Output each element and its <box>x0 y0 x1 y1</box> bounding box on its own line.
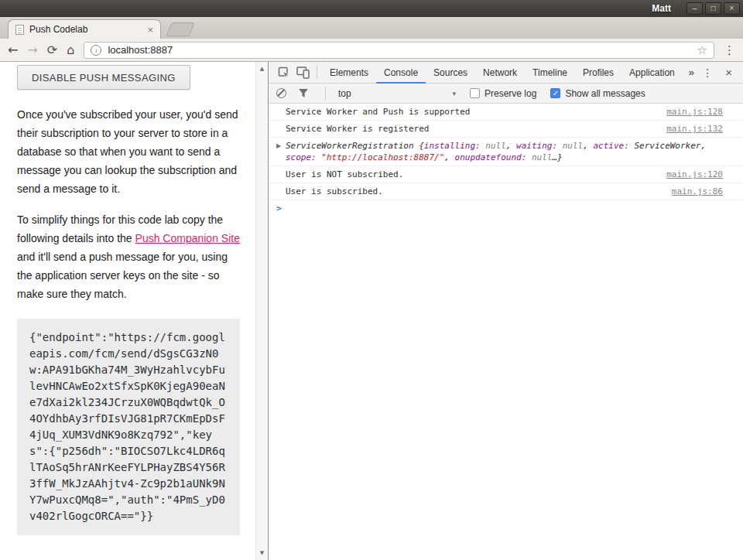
console-row[interactable]: User is subscribed. main.js:86 <box>269 183 743 200</box>
window-close-button[interactable]: × <box>724 2 740 15</box>
devtools-tab-timeline[interactable]: Timeline <box>525 62 575 84</box>
desktop-username: Matt <box>652 3 671 14</box>
disable-push-messaging-button[interactable]: DISABLE PUSH MESSAGING <box>17 65 190 90</box>
checkbox-label: Show all messages <box>565 88 645 99</box>
address-bar[interactable]: i localhost:8887 ☆ <box>84 42 714 59</box>
devtools-tab-sources[interactable]: Sources <box>426 62 475 84</box>
page-scrollbar[interactable]: ▲ ▼ <box>255 62 268 560</box>
reload-icon[interactable]: ⟳ <box>47 44 57 56</box>
tab-close-icon[interactable]: × <box>147 25 153 35</box>
console-message: User is subscribed. <box>286 186 661 197</box>
console-message: User is NOT subscribed. <box>286 169 656 180</box>
browser-tab-push-codelab[interactable]: Push Codelab × <box>8 19 161 39</box>
device-toolbar-icon[interactable] <box>293 63 312 82</box>
object-preview: ServiceWorkerRegistration {installing: n… <box>286 140 723 163</box>
new-tab-button[interactable] <box>166 22 194 36</box>
paragraph-text: and it'll send a push message for you, u… <box>17 251 228 300</box>
clear-console-icon[interactable] <box>276 88 286 98</box>
source-link[interactable]: main.js:86 <box>672 186 723 197</box>
window-titlebar[interactable]: Matt – □ × <box>0 0 743 17</box>
show-all-messages-checkbox[interactable]: ✓ Show all messages <box>550 88 645 99</box>
subscription-json-block: {"endpoint":"https://fcm.googleapis.com/… <box>17 319 240 535</box>
checkbox-unchecked[interactable] <box>470 88 480 98</box>
execution-context-selector[interactable]: top ▾ <box>338 88 456 99</box>
browser-window: Matt – □ × Push Codelab × ← → ⟳ ⌂ i loca… <box>0 0 743 560</box>
paragraph-companion-site: To simplify things for this code lab cop… <box>17 210 240 303</box>
console-prompt-row[interactable]: > <box>269 200 743 217</box>
devtools-tab-console[interactable]: Console <box>376 62 426 84</box>
inspect-element-icon[interactable] <box>275 63 293 82</box>
push-companion-site-link[interactable]: Push Companion Site <box>135 232 240 244</box>
tab-title: Push Codelab <box>29 24 142 35</box>
console-row[interactable]: Service Worker and Push is supported mai… <box>269 104 743 121</box>
forward-icon[interactable]: → <box>27 44 37 56</box>
browser-menu-icon[interactable]: ⋮ <box>724 43 735 57</box>
paragraph-subscription-info: Once you've subscribed your user, you'd … <box>17 105 240 198</box>
filter-icon[interactable] <box>294 84 313 103</box>
toolbar-separator <box>325 87 326 100</box>
console-row-object-preview[interactable]: ▶ ServiceWorkerRegistration {installing:… <box>269 138 743 166</box>
devtools-menu-icon[interactable]: ⋮ <box>702 67 713 79</box>
preserve-log-checkbox[interactable]: Preserve log <box>470 88 536 99</box>
page-pane: DISABLE PUSH MESSAGING Once you've subsc… <box>0 62 268 560</box>
checkbox-checked[interactable]: ✓ <box>550 88 560 98</box>
more-tabs-icon[interactable]: » <box>683 67 700 78</box>
console-message: Service Worker is registered <box>286 123 656 135</box>
browser-toolbar: ← → ⟳ ⌂ i localhost:8887 ☆ ⋮ <box>0 39 743 62</box>
devtools-tabbar: Elements Console Sources Network Timelin… <box>269 62 743 84</box>
bookmark-star-icon[interactable]: ☆ <box>697 43 707 57</box>
devtools-tab-application[interactable]: Application <box>621 62 683 84</box>
devtools-tab-network[interactable]: Network <box>475 62 525 84</box>
source-link[interactable]: main.js:128 <box>666 106 723 118</box>
url-text[interactable]: localhost:8887 <box>108 44 690 56</box>
back-icon[interactable]: ← <box>8 44 18 56</box>
devtools-panel: Elements Console Sources Network Timelin… <box>268 62 743 560</box>
devtools-tab-elements[interactable]: Elements <box>322 62 376 84</box>
context-label: top <box>338 88 351 99</box>
minimize-button[interactable]: – <box>687 2 703 15</box>
scroll-down-icon[interactable]: ▼ <box>260 546 264 560</box>
expand-triangle-icon[interactable]: ▶ <box>276 140 286 152</box>
console-messages[interactable]: Service Worker and Push is supported mai… <box>269 104 743 560</box>
console-row[interactable]: User is NOT subscribed. main.js:120 <box>269 166 743 183</box>
maximize-button[interactable]: □ <box>705 2 721 15</box>
page-body: DISABLE PUSH MESSAGING Once you've subsc… <box>0 62 255 560</box>
console-row[interactable]: Service Worker is registered main.js:132 <box>269 121 743 138</box>
devtools-close-icon[interactable]: × <box>725 66 732 79</box>
tab-favicon-icon <box>15 25 24 35</box>
prompt-chevron-icon: > <box>276 203 286 214</box>
source-link[interactable]: main.js:120 <box>666 169 723 180</box>
source-link[interactable]: main.js:132 <box>666 123 723 135</box>
scroll-up-icon[interactable]: ▲ <box>260 62 264 76</box>
window-controls: – □ × <box>687 2 740 15</box>
tab-strip: Push Codelab × <box>0 17 743 39</box>
console-toolbar: top ▾ Preserve log ✓ Show all messages <box>269 84 743 104</box>
content-area: DISABLE PUSH MESSAGING Once you've subsc… <box>0 62 743 560</box>
checkbox-label: Preserve log <box>484 88 536 99</box>
devtools-tab-profiles[interactable]: Profiles <box>575 62 621 84</box>
chevron-down-icon: ▾ <box>452 90 456 97</box>
page-info-icon[interactable]: i <box>91 45 101 56</box>
toolbar-separator <box>317 66 317 79</box>
console-message: Service Worker and Push is supported <box>286 106 656 118</box>
devtools-controls: ⋮ × <box>702 66 740 79</box>
home-icon[interactable]: ⌂ <box>67 44 74 56</box>
